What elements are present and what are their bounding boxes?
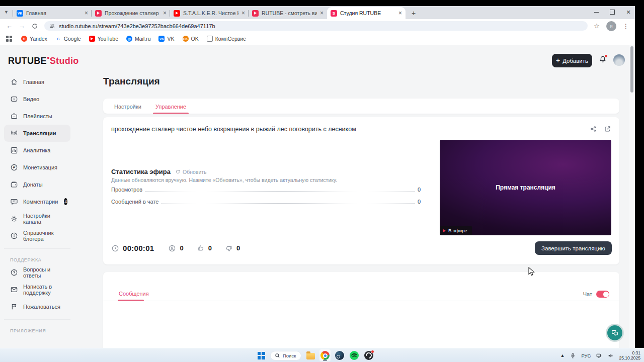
sidebar-item-label: Видео — [23, 96, 39, 102]
bookmark-ok[interactable]: OKOK — [183, 36, 199, 42]
maximize-icon[interactable] — [609, 10, 616, 15]
window-controls: ✕ — [593, 7, 632, 17]
bookmark-youtube[interactable]: YouTube — [89, 36, 118, 42]
browser-tab-rutube-home[interactable]: RUTUBE - смотреть видео он × — [249, 7, 327, 19]
rutube-studio-logo[interactable]: RUTUBEStudio — [8, 56, 79, 66]
sidebar-item-video[interactable]: Видео — [4, 90, 70, 108]
bookmark-kompservis[interactable]: КомпСервис — [207, 36, 246, 42]
refresh-link[interactable]: Обновить — [175, 169, 207, 175]
sidebar-item-monetization[interactable]: ₽ Монетизация — [4, 159, 70, 176]
sidebar-item-playlists[interactable]: Плейлисты — [4, 108, 70, 125]
sidebar-item-channel-settings[interactable]: Настройки канала — [4, 210, 70, 227]
taskbar-search[interactable]: Поиск — [270, 351, 301, 360]
thumbs-down-icon[interactable] — [225, 244, 233, 252]
main-content: Трансляция Настройки Управление прохожде… — [74, 73, 629, 348]
bookmark-yandex[interactable]: ЯYandex — [21, 36, 47, 42]
obs-button[interactable] — [363, 349, 374, 361]
browser-menu-icon[interactable]: ⋮ — [623, 23, 629, 30]
close-window-icon[interactable]: ✕ — [625, 9, 632, 16]
chat-bubbles-icon — [611, 329, 619, 337]
thumbs-up-icon[interactable] — [197, 244, 205, 252]
file-explorer-button[interactable] — [305, 349, 316, 361]
feedback-chat-fab[interactable] — [606, 324, 624, 342]
tab-close-icon[interactable]: × — [320, 10, 324, 16]
sidebar-item-clipped[interactable] — [0, 335, 74, 340]
spotify-button[interactable] — [349, 349, 360, 361]
stream-preview[interactable]: Прямая трансляция В эфире — [440, 140, 611, 235]
clock-datetime[interactable]: 0:31 25.10.2025 — [619, 350, 640, 360]
language-indicator[interactable]: РУС — [581, 353, 591, 358]
sidebar-item-comments[interactable]: Комментарии 4 — [4, 193, 70, 210]
logo-text: RUTUBE — [8, 56, 47, 66]
tab-search-caret-icon[interactable]: ▼ — [4, 10, 9, 15]
end-stream-button[interactable]: Завершить трансляцию — [535, 241, 612, 255]
desktop: { "browser": { "tab_titles": ["Главная",… — [0, 0, 644, 362]
video-icon — [10, 95, 18, 103]
speaker-icon[interactable] — [607, 352, 614, 359]
ok-favicon: OK — [183, 36, 189, 42]
tab-messages[interactable]: Сообщения — [119, 291, 149, 297]
dotted-leader — [145, 191, 415, 192]
chat-toggle[interactable] — [596, 291, 609, 298]
clock-icon — [111, 244, 119, 252]
channel-avatar[interactable] — [613, 54, 625, 66]
forward-icon[interactable]: → — [19, 22, 25, 30]
network-icon[interactable] — [596, 352, 602, 359]
microphone-icon[interactable] — [570, 352, 576, 359]
gear-icon — [10, 215, 18, 223]
tab-close-icon[interactable]: × — [163, 10, 167, 16]
flag-icon — [10, 303, 18, 311]
sidebar-item-home[interactable]: Главная — [4, 73, 70, 90]
browser-tab-studio-active[interactable]: S Студия RUTUBE × — [327, 7, 406, 19]
bookmark-vk[interactable]: VKVK — [158, 36, 174, 42]
sidebar-item-contact-support[interactable]: Написать в поддержку — [4, 281, 70, 298]
search-icon — [275, 353, 280, 358]
live-play-icon — [443, 229, 446, 232]
browser-tab-vk[interactable]: VK Главная × — [13, 7, 92, 19]
sidebar-item-donations[interactable]: Донаты — [4, 176, 70, 193]
share-icon[interactable] — [590, 125, 597, 133]
comments-icon — [10, 198, 18, 206]
question-icon — [10, 268, 18, 277]
add-button[interactable]: Добавить — [552, 54, 592, 67]
bookmark-google[interactable]: GGoogle — [55, 36, 81, 42]
sidebar-item-streams[interactable]: Трансляции — [4, 125, 70, 142]
minimize-icon[interactable] — [593, 12, 600, 13]
tab-close-icon[interactable]: × — [242, 10, 245, 16]
url-bar[interactable]: studio.rutube.ru/stream/743e2be3e97252ba… — [44, 21, 588, 31]
bookmark-star-icon[interactable]: ☆ — [594, 22, 600, 30]
new-tab-button[interactable]: + — [409, 8, 419, 18]
tab-settings[interactable]: Настройки — [114, 104, 141, 114]
bookmark-mailru[interactable]: @Mail.ru — [126, 36, 151, 42]
sidebar-item-label: Донаты — [23, 182, 43, 188]
scrollbar-thumb[interactable] — [630, 46, 633, 93]
sidebar-item-faq[interactable]: Вопросы и ответы — [4, 264, 70, 281]
likes-count: 0 — [208, 244, 212, 252]
notifications-bell[interactable] — [598, 55, 607, 65]
back-icon[interactable]: ← — [6, 22, 13, 30]
tab-close-icon[interactable]: × — [85, 10, 88, 16]
sidebar-item-analytics[interactable]: Аналитика — [4, 142, 70, 159]
sidebar-item-blogger-guide[interactable]: Справочник блогера — [4, 227, 70, 244]
apps-grid-icon[interactable] — [6, 36, 12, 42]
taskbar-center: Поиск — [256, 348, 374, 362]
tray-chevron-icon[interactable]: ▲ — [560, 353, 565, 358]
tab-title: Студия RUTUBE — [340, 10, 395, 16]
sidebar-item-report[interactable]: Пожаловаться — [4, 298, 70, 315]
tab-management[interactable]: Управление — [155, 104, 186, 114]
chrome-button[interactable] — [319, 349, 331, 361]
reload-icon[interactable] — [31, 23, 38, 30]
site-settings-icon[interactable] — [49, 23, 55, 29]
open-external-icon[interactable] — [604, 125, 611, 133]
steam-button[interactable] — [334, 349, 345, 361]
sidebar-item-label: Пожаловаться — [23, 304, 60, 310]
browser-tab-rutube-stream[interactable]: Прохождение сталкер чисто × — [92, 7, 170, 19]
stat-label: Сообщений в чате — [111, 199, 158, 205]
messages-divider — [103, 301, 619, 301]
tab-close-icon[interactable]: × — [398, 10, 402, 16]
tab-strip: ▼ VK Главная × Прохождение сталкер чисто… — [0, 6, 635, 19]
start-button[interactable] — [256, 349, 267, 361]
browser-tab-youtube[interactable]: S.T.A.L.K.E.R. Чистое Небо Пр × — [170, 7, 249, 19]
page-scrollbar[interactable] — [629, 45, 635, 348]
browser-profile-avatar[interactable]: и — [606, 21, 616, 31]
